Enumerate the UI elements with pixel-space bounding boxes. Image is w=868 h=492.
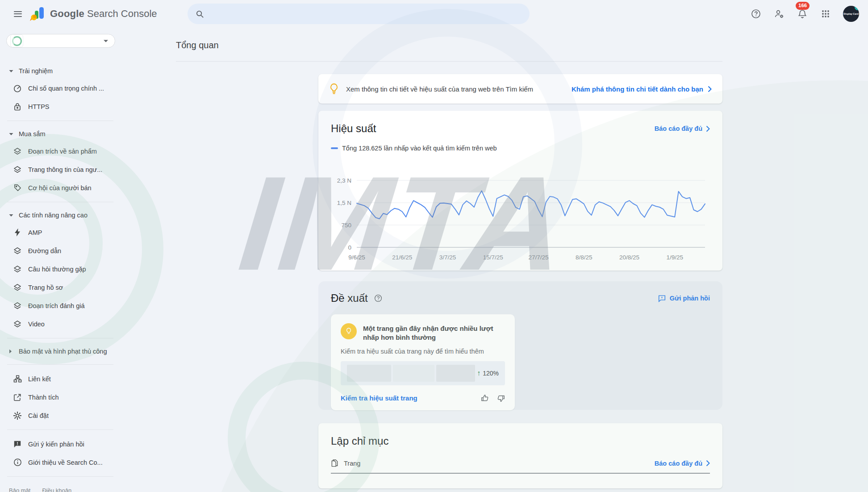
sidebar-item-settings[interactable]: Cài đặt bbox=[0, 406, 121, 425]
caret-down-icon bbox=[9, 70, 19, 73]
performance-full-report-link[interactable]: Báo cáo đầy đủ bbox=[655, 125, 710, 132]
sidebar-section-shopping[interactable]: Mua sắm bbox=[0, 126, 121, 142]
chevron-right-icon bbox=[706, 460, 710, 467]
sidebar-item-product-snippets[interactable]: Đoạn trích về sản phẩm bbox=[0, 142, 121, 160]
clicks-delta: ↑ 120% bbox=[477, 369, 499, 377]
sidebar-item-links[interactable]: Liên kết bbox=[0, 370, 121, 388]
svg-text:1/9/25: 1/9/25 bbox=[666, 254, 683, 261]
layers-icon bbox=[13, 246, 22, 256]
redacted-page-row: ↑ 120% bbox=[341, 361, 505, 385]
divider bbox=[7, 338, 113, 338]
sidebar-item-seller-opportunities[interactable]: Cơ hội của người bán bbox=[0, 179, 121, 197]
sidebar: Trải nghiệm Chỉ số quan trọng chính ... … bbox=[0, 28, 121, 492]
property-favicon bbox=[10, 34, 23, 47]
notification-count-badge: 166 bbox=[796, 2, 810, 10]
sidebar-footer: Bảo mật Điều khoản bbox=[9, 482, 113, 492]
thumb-down-icon[interactable] bbox=[497, 394, 505, 402]
performance-card: Hiệu suất Báo cáo đầy đủ Tổng 128.625 lầ… bbox=[318, 111, 722, 271]
user-settings-icon[interactable] bbox=[770, 4, 789, 23]
layers-icon bbox=[13, 264, 22, 274]
divider bbox=[7, 429, 113, 430]
info-icon bbox=[13, 458, 22, 467]
sidebar-item-breadcrumbs[interactable]: Đường dẫn bbox=[0, 242, 121, 260]
search-icon bbox=[196, 10, 204, 18]
performance-title: Hiệu suất bbox=[331, 122, 376, 135]
svg-text:8/8/25: 8/8/25 bbox=[576, 254, 593, 261]
app-logo: GoogleSearch Console bbox=[29, 6, 157, 21]
sidebar-item-review-snippets[interactable]: Đoạn trích đánh giá bbox=[0, 296, 121, 315]
chevron-right-icon bbox=[708, 86, 712, 92]
sidebar-item-merchant-listings[interactable]: Trang thông tin của ngư... bbox=[0, 160, 121, 179]
layers-icon bbox=[13, 165, 22, 175]
divider bbox=[7, 364, 113, 365]
delta-value: 120% bbox=[483, 370, 499, 377]
sidebar-item-send-feedback[interactable]: Gửi ý kiến phản hồi bbox=[0, 435, 121, 453]
chart-legend: Tổng 128.625 lần nhấp vào kết quả tìm ki… bbox=[331, 145, 710, 152]
svg-text:20/8/25: 20/8/25 bbox=[619, 254, 639, 261]
search-input[interactable] bbox=[209, 10, 522, 18]
sidebar-item-amp[interactable]: AMP bbox=[0, 223, 121, 242]
search-console-logo-icon bbox=[29, 6, 46, 21]
layers-icon bbox=[13, 146, 22, 156]
insights-link[interactable]: Khám phá thông tin chi tiết dành cho bạn bbox=[572, 85, 712, 93]
sidebar-section-security[interactable]: Bảo mật và hình phạt thủ công bbox=[0, 343, 121, 359]
avatar[interactable]: Display Card bbox=[843, 6, 859, 22]
page-title: Tổng quan bbox=[176, 40, 868, 50]
svg-text:21/6/25: 21/6/25 bbox=[392, 254, 412, 261]
performance-chart[interactable]: 07501,5 N2,3 N9/6/2521/6/253/7/2515/7/25… bbox=[331, 154, 710, 264]
feedback-icon bbox=[13, 439, 22, 449]
privacy-link[interactable]: Bảo mật bbox=[9, 487, 30, 492]
sidebar-item-video[interactable]: Video bbox=[0, 315, 121, 333]
indexing-full-report-link[interactable]: Báo cáo đầy đủ bbox=[655, 460, 710, 467]
gear-icon bbox=[13, 411, 22, 421]
app-title: GoogleSearch Console bbox=[50, 8, 157, 20]
indexing-pages-row[interactable]: Trang Báo cáo đầy đủ bbox=[331, 459, 710, 474]
divider bbox=[7, 476, 113, 477]
svg-text:2,3 N: 2,3 N bbox=[337, 177, 351, 184]
recommendation-subtitle: Kiểm tra hiệu suất của trang này để tìm … bbox=[341, 348, 505, 355]
sidebar-item-profile-page[interactable]: Trang hồ sơ bbox=[0, 278, 121, 296]
redacted-block bbox=[436, 365, 475, 382]
sidebar-item-core-web-vitals[interactable]: Chỉ số quan trọng chính ... bbox=[0, 79, 121, 97]
thumb-up-icon[interactable] bbox=[481, 394, 489, 402]
bolt-icon bbox=[13, 228, 22, 238]
terms-link[interactable]: Điều khoản bbox=[42, 487, 71, 492]
arrow-up-icon: ↑ bbox=[477, 369, 480, 377]
check-page-performance-link[interactable]: Kiểm tra hiệu suất trang bbox=[341, 394, 417, 402]
sidebar-item-faq[interactable]: Câu hỏi thường gặp bbox=[0, 260, 121, 278]
caret-down-icon bbox=[9, 133, 19, 136]
redacted-block bbox=[347, 365, 391, 382]
global-search[interactable] bbox=[188, 4, 530, 24]
notifications-bell-icon[interactable]: 166 bbox=[793, 4, 812, 23]
insights-promo-banner: Xem thông tin chi tiết về hiệu suất của … bbox=[318, 74, 722, 104]
divider bbox=[7, 121, 113, 121]
chevron-down-icon bbox=[103, 39, 108, 43]
sidebar-item-https[interactable]: HTTPS bbox=[0, 97, 121, 116]
sidebar-item-about[interactable]: Giới thiệu về Search Co... bbox=[0, 453, 121, 471]
svg-text:750: 750 bbox=[341, 222, 351, 229]
tree-icon bbox=[13, 374, 22, 384]
menu-icon[interactable] bbox=[9, 5, 27, 23]
recommendation-title: Một trang gần đây nhận được nhiều lượt n… bbox=[363, 323, 505, 342]
chevron-right-icon bbox=[706, 125, 710, 132]
sidebar-item-achievements[interactable]: Thành tích bbox=[0, 388, 121, 406]
recommendation-card: Một trang gần đây nhận được nhiều lượt n… bbox=[331, 314, 515, 410]
lightbulb-circle-icon bbox=[341, 323, 357, 339]
svg-text:9/6/25: 9/6/25 bbox=[348, 254, 365, 261]
feedback-outline-icon bbox=[658, 295, 666, 302]
help-icon[interactable] bbox=[747, 4, 765, 23]
layers-icon bbox=[13, 301, 22, 311]
sidebar-section-enhancements[interactable]: Các tính năng nâng cao bbox=[0, 207, 121, 223]
main-content: Tổng quan Xem thông tin chi tiết về hiệu… bbox=[121, 28, 868, 492]
send-feedback-link[interactable]: Gửi phản hồi bbox=[658, 295, 710, 302]
layers-icon bbox=[13, 319, 22, 329]
legend-marker bbox=[331, 147, 338, 149]
sidebar-section-experience[interactable]: Trải nghiệm bbox=[0, 63, 121, 79]
caret-right-icon bbox=[9, 349, 19, 354]
apps-grid-icon[interactable] bbox=[816, 4, 835, 23]
property-selector[interactable] bbox=[6, 34, 115, 48]
help-circle-icon[interactable] bbox=[374, 294, 382, 302]
divider bbox=[7, 202, 113, 202]
pages-icon bbox=[331, 459, 338, 467]
svg-text:15/7/25: 15/7/25 bbox=[483, 254, 503, 261]
